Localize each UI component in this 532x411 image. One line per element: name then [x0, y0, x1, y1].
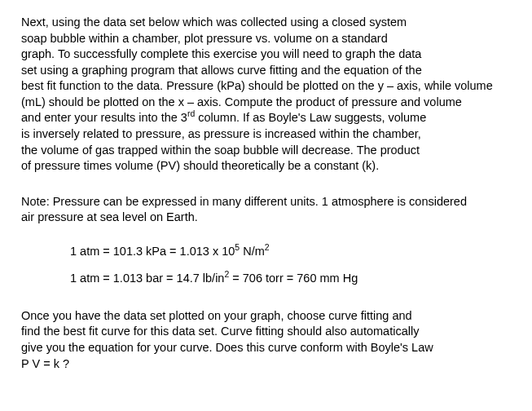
text-line: of pressure times volume (PV) should the… [21, 159, 379, 172]
text-line: soap bubble within a chamber, plot press… [21, 32, 388, 45]
equation-text: N/m [240, 245, 265, 258]
text-line: best fit function to the data. Pressure … [21, 79, 493, 92]
text-line: find the best fit curve for this data se… [21, 325, 419, 338]
text-line: set using a graphing program that allows… [21, 64, 422, 77]
paragraph-curve-fitting: Once you have the data set plotted on yo… [21, 308, 512, 372]
text-line: the volume of gas trapped within the soa… [21, 144, 420, 157]
text-line: is inversely related to pressure, as pre… [21, 127, 421, 140]
text-line: Once you have the data set plotted on yo… [21, 309, 412, 322]
text-line: air pressure at sea level on Earth. [21, 210, 198, 223]
text-line: and enter your results into the 3 [21, 111, 187, 124]
superscript: 2 [265, 243, 270, 252]
equation-text: 1 atm = 1.013 bar = 14.7 lb/in [70, 272, 224, 285]
text-line: P V = k ? [21, 357, 69, 370]
text-line: column. If as Boyle's Law suggests, volu… [195, 111, 426, 124]
text-line: graph. To successfully complete this exe… [21, 47, 421, 60]
superscript: rd [187, 110, 195, 119]
equation-text: = 706 torr = 760 mm Hg [229, 272, 358, 285]
text-line: (mL) should be plotted on the x – axis. … [21, 95, 462, 108]
equation-atm-bar: 1 atm = 1.013 bar = 14.7 lb/in2 = 706 to… [21, 271, 512, 287]
text-line: Note: Pressure can be expressed in many … [21, 195, 467, 208]
text-line: give you the equation for your curve. Do… [21, 341, 433, 354]
equation-atm-kpa: 1 atm = 101.3 kPa = 1.013 x 105 N/m2 [21, 244, 512, 260]
paragraph-instructions: Next, using the data set below which was… [21, 15, 512, 175]
text-line: Next, using the data set below which was… [21, 15, 407, 29]
note-paragraph: Note: Pressure can be expressed in many … [21, 194, 512, 226]
equation-text: 1 atm = 101.3 kPa = 1.013 x 10 [70, 245, 235, 258]
